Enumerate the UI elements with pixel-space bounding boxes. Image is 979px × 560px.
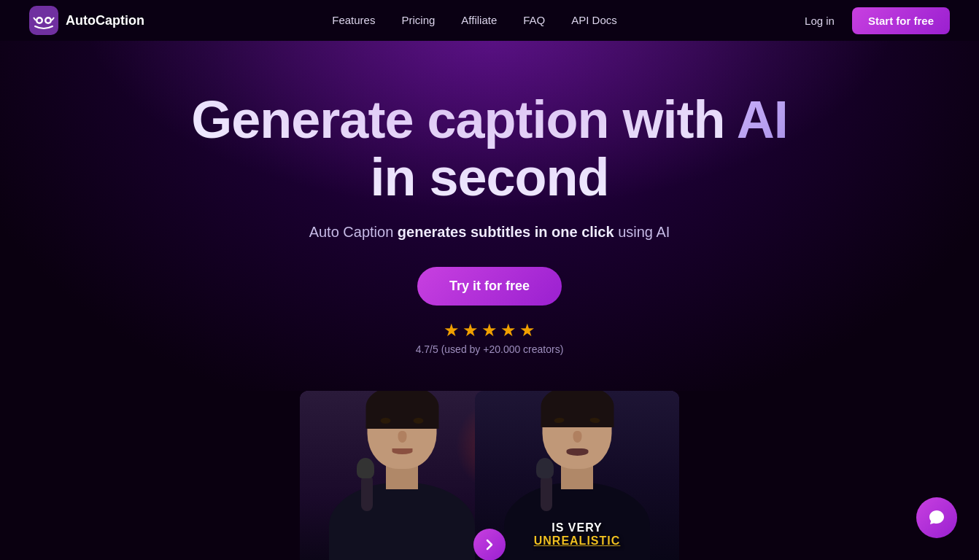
nav-api-docs[interactable]: API Docs <box>571 14 617 26</box>
right-head <box>543 391 612 469</box>
hero-subtitle-suffix: using AI <box>614 224 670 240</box>
rating-section: ★ ★ ★ ★ ★ 4.7/5 (used by +20.000 creator… <box>416 320 564 355</box>
nav-affiliate[interactable]: Affiliate <box>461 14 497 26</box>
login-link[interactable]: Log in <box>805 15 835 27</box>
chat-icon <box>927 508 946 527</box>
right-mic-stand <box>541 475 552 511</box>
left-eye-r <box>414 418 424 424</box>
star-4: ★ <box>500 320 516 341</box>
nav-actions: Log in Start for free <box>805 7 950 34</box>
star-1: ★ <box>444 320 460 341</box>
chat-button[interactable] <box>916 497 957 538</box>
video-container: IS VERY UNREALISTIC <box>300 391 679 560</box>
right-bg: IS VERY UNREALISTIC <box>475 391 679 560</box>
hero-subtitle-prefix: Auto Caption <box>309 224 398 240</box>
right-mic-head <box>536 458 554 478</box>
hero-title-ai: AI <box>737 90 788 149</box>
try-free-button[interactable]: Try it for free <box>417 267 562 306</box>
right-hair <box>541 391 614 427</box>
videos-section: IS VERY UNREALISTIC <box>0 391 979 560</box>
nav-features[interactable]: Features <box>332 14 375 26</box>
start-for-free-button[interactable]: Start for free <box>852 7 950 34</box>
navbar: AutoCaption Features Pricing Affiliate F… <box>0 0 979 41</box>
person-left-visual <box>300 391 504 560</box>
left-body <box>329 482 475 560</box>
right-mouth <box>566 448 588 456</box>
star-5: ★ <box>519 320 535 341</box>
left-nose <box>398 431 406 443</box>
left-bg <box>300 391 504 560</box>
left-mouth <box>392 448 412 454</box>
hero-title: Generate caption with AI in second <box>191 91 787 206</box>
left-eye-l <box>381 418 391 424</box>
caption-text-line2: UNREALISTIC <box>504 534 650 548</box>
nav-links: Features Pricing Affiliate FAQ API Docs <box>332 14 617 27</box>
star-rating: ★ ★ ★ ★ ★ <box>444 320 535 341</box>
logo-icon <box>29 6 58 35</box>
left-hair <box>365 391 438 429</box>
video-card-left <box>300 391 504 560</box>
nav-faq[interactable]: FAQ <box>523 14 545 26</box>
hero-title-line2: in second <box>370 148 608 206</box>
person-right-visual: IS VERY UNREALISTIC <box>475 391 679 560</box>
star-3: ★ <box>481 320 498 341</box>
next-arrow-button[interactable] <box>473 529 506 560</box>
star-2: ★ <box>463 320 479 341</box>
svg-point-3 <box>38 19 42 23</box>
left-mic-stand <box>361 475 373 511</box>
right-nose <box>573 431 581 443</box>
video-card-right: IS VERY UNREALISTIC <box>475 391 679 560</box>
hero-title-text: Generate caption with AI <box>191 90 787 149</box>
caption-overlay: IS VERY UNREALISTIC <box>504 521 650 548</box>
rating-text: 4.7/5 (used by +20.000 creators) <box>416 343 564 355</box>
hero-subtitle-bold: generates subtitles in one click <box>398 224 614 240</box>
hero-section: Generate caption with AI in second Auto … <box>0 41 979 391</box>
left-head <box>368 391 437 469</box>
svg-rect-0 <box>29 6 58 35</box>
left-mic-head <box>357 458 374 478</box>
logo-text: AutoCaption <box>66 13 144 28</box>
caption-text-line1: IS VERY <box>504 521 650 534</box>
logo-link[interactable]: AutoCaption <box>29 6 144 35</box>
svg-point-4 <box>47 19 50 23</box>
hero-subtitle: Auto Caption generates subtitles in one … <box>309 224 670 241</box>
nav-pricing[interactable]: Pricing <box>401 14 435 26</box>
arrow-right-icon <box>482 537 497 552</box>
